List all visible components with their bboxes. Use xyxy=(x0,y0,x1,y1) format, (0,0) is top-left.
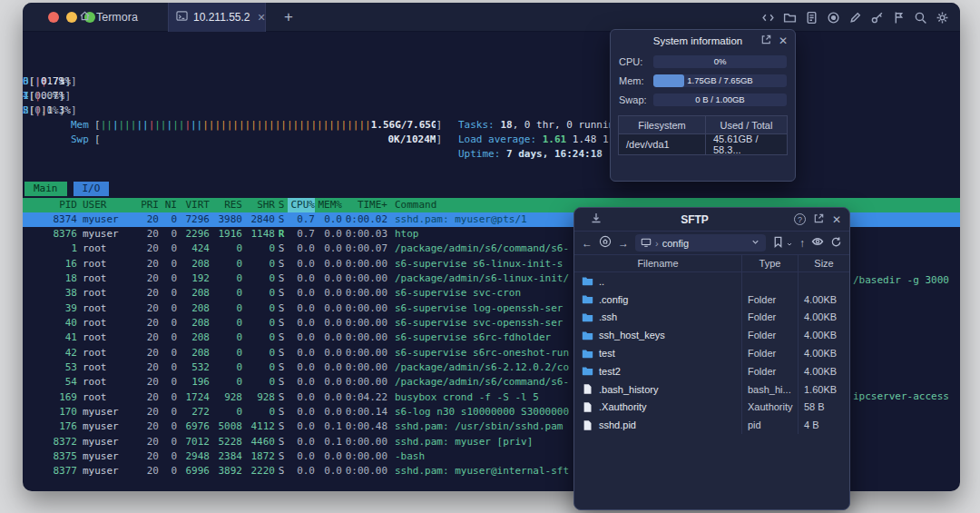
record-icon[interactable] xyxy=(827,11,840,25)
keychain-icon[interactable] xyxy=(892,11,906,25)
file-name: ssh_host_keys xyxy=(599,330,665,340)
swap-stat-bar: 0 B / 1.00GB xyxy=(653,94,787,106)
computer-icon xyxy=(641,237,652,250)
file-row[interactable]: test Folder 4.00KB xyxy=(574,344,849,362)
file-name: .bash_history xyxy=(599,384,658,395)
file-row[interactable]: .bash_history bash_hi... 1.60KB xyxy=(574,380,849,399)
log-icon[interactable] xyxy=(805,11,818,25)
refresh-icon[interactable] xyxy=(830,235,842,252)
forward-icon[interactable]: → xyxy=(618,237,629,250)
tab-title: 10.211.55.2 xyxy=(193,11,250,24)
command-overflow-text: ipcserver-access xyxy=(853,390,949,404)
file-size: 1.60KB xyxy=(798,380,849,399)
code-icon[interactable] xyxy=(761,11,775,25)
cpu-ticks: | xyxy=(34,104,41,118)
file-name: test xyxy=(599,348,615,359)
file-row[interactable]: .Xauthority Xauthority 58 B xyxy=(574,399,849,417)
cpu-stat-row: CPU: 0% xyxy=(611,52,795,71)
close-icon[interactable]: ✕ xyxy=(779,35,788,47)
key-icon[interactable] xyxy=(870,11,884,25)
system-info-title: System information xyxy=(618,35,754,46)
system-information-panel: System information ✕ CPU: 0% Mem: 1.75GB… xyxy=(610,29,796,182)
search-icon[interactable] xyxy=(914,11,927,25)
close-window-button[interactable] xyxy=(48,12,59,23)
session-tab[interactable]: 10.211.55.2 ✕ xyxy=(168,3,266,32)
file-name: .config xyxy=(599,294,628,305)
command-overflow-text: /basedir -g 3000 xyxy=(853,273,949,288)
parent-directory-icon[interactable]: ↑ xyxy=(799,237,805,250)
file-row[interactable]: test2 Folder 4.00KB xyxy=(574,362,849,380)
download-icon[interactable] xyxy=(590,212,603,228)
file-size: 4.00KB xyxy=(798,362,849,380)
help-icon[interactable]: ? xyxy=(794,213,806,225)
open-in-window-icon[interactable] xyxy=(760,33,772,49)
settings-icon[interactable] xyxy=(936,11,949,25)
folder-icon xyxy=(582,330,593,341)
file-type: Folder xyxy=(741,344,798,362)
app-home[interactable]: Termora xyxy=(79,3,138,32)
file-name: .Xauthority xyxy=(599,401,647,412)
file-type: Folder xyxy=(741,291,798,309)
file-type: Xauthority xyxy=(741,399,798,417)
cpu-percent: 0.7% xyxy=(41,74,65,89)
file-size: 4 B xyxy=(798,416,849,434)
htop-tab-io[interactable]: I/O xyxy=(74,182,110,196)
bookmark-icon[interactable] xyxy=(772,235,784,252)
folder-icon[interactable] xyxy=(783,11,797,25)
new-tab-button[interactable]: + xyxy=(279,7,299,27)
htop-tab-main[interactable]: Main xyxy=(24,182,67,196)
mem-label: Mem xyxy=(71,118,94,133)
folder-icon xyxy=(582,311,593,323)
filesystem-table: Filesystem Used / Total /dev/vda1 45.61G… xyxy=(618,115,788,155)
folder-icon xyxy=(582,348,593,360)
file-size: 4.00KB xyxy=(798,326,849,344)
minimize-window-button[interactable] xyxy=(66,12,77,23)
filesystem-row[interactable]: /dev/vda1 45.61GB / 58.3... xyxy=(619,134,787,154)
cpu-label: 7 xyxy=(23,89,29,104)
file-icon xyxy=(582,401,593,413)
file-size: 4.00KB xyxy=(798,291,849,309)
swap-value: 0K/1024M xyxy=(387,133,436,147)
cpu-meter-row: 1[0.0%]4[0.0%]7[|0.7%] xyxy=(23,89,960,104)
cpu-ticks: | xyxy=(34,89,41,104)
current-directory: config xyxy=(662,238,689,249)
home-icon xyxy=(79,10,91,25)
mem-ticks: ||||||||||||||||||||||||||||||||||||||||… xyxy=(101,118,371,133)
screen: Termora 10.211.55.2 ✕ + xyxy=(0,0,980,513)
sftp-column-headers[interactable]: Filename Type Size xyxy=(574,254,849,272)
htop-tabs: Main I/O xyxy=(24,182,109,196)
swap-stat-value: 0 B / 1.00GB xyxy=(653,94,787,106)
sftp-panel: SFTP ? ✕ ← → › config ↑ Filename Type Si… xyxy=(573,207,850,510)
file-row[interactable]: .ssh Folder 4.00KB xyxy=(574,309,849,327)
bookmark-dropdown-icon[interactable] xyxy=(786,235,793,252)
edit-icon[interactable] xyxy=(848,11,862,25)
mem-stat-row: Mem: 1.75GB / 7.65GB xyxy=(611,71,795,90)
close-icon[interactable]: ✕ xyxy=(832,213,841,226)
file-row[interactable]: sshd.pid pid 4 B xyxy=(574,416,849,434)
open-in-window-icon[interactable] xyxy=(813,212,825,228)
file-row[interactable]: .. xyxy=(574,272,849,291)
sftp-file-list: .. .config Folder 4.00KB xyxy=(574,272,849,434)
file-name: .ssh xyxy=(599,311,617,322)
show-hidden-eye-icon[interactable] xyxy=(811,235,824,252)
load-average-line: Load average: 1.61 1.48 1.42 xyxy=(458,133,626,147)
filesystem-name: /dev/vda1 xyxy=(619,134,706,154)
filesystem-table-header: Filesystem Used / Total xyxy=(619,116,787,134)
back-icon[interactable]: ← xyxy=(582,237,593,250)
file-type: Folder xyxy=(741,309,798,327)
file-type xyxy=(741,272,798,291)
file-row[interactable]: .config Folder 4.00KB xyxy=(574,291,849,309)
mem-value: 1.56G/7.65G xyxy=(371,118,436,133)
swap-stat-row: Swap: 0 B / 1.00GB xyxy=(611,90,795,109)
cpu-stat-bar: 0% xyxy=(653,55,787,68)
tasks-line: Tasks: 18, 0 thr, 0 running xyxy=(458,118,621,133)
path-breadcrumb[interactable]: › config xyxy=(635,234,766,252)
file-size: 58 B xyxy=(798,399,849,417)
titlebar: Termora 10.211.55.2 ✕ + xyxy=(23,3,960,32)
chevron-down-icon[interactable] xyxy=(750,237,760,249)
swap-meter: Swp[ 0K/1024M] xyxy=(71,133,442,147)
home-icon[interactable] xyxy=(599,235,612,252)
file-icon xyxy=(582,383,593,395)
tab-close-icon[interactable]: ✕ xyxy=(258,12,266,24)
file-row[interactable]: ssh_host_keys Folder 4.00KB xyxy=(574,326,849,344)
